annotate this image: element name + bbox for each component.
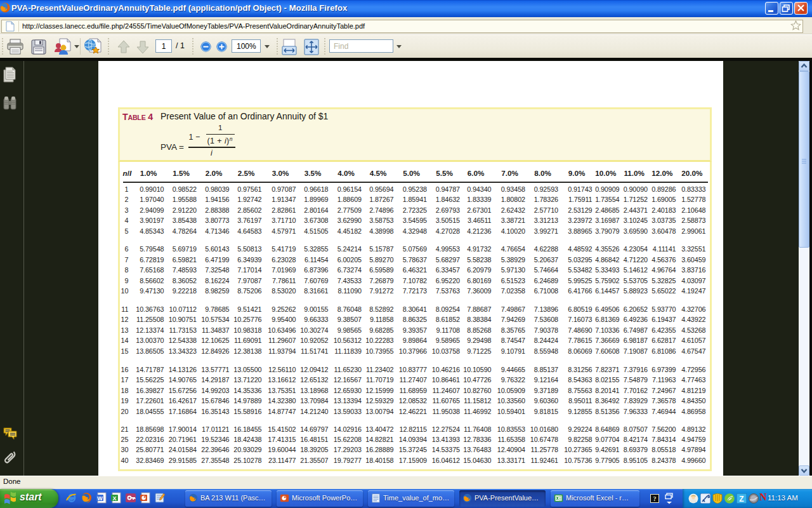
svg-text:Z: Z [739, 495, 743, 504]
svg-text:X: X [112, 495, 116, 502]
svg-text:W: W [97, 495, 103, 502]
svg-text:?: ? [653, 495, 657, 502]
